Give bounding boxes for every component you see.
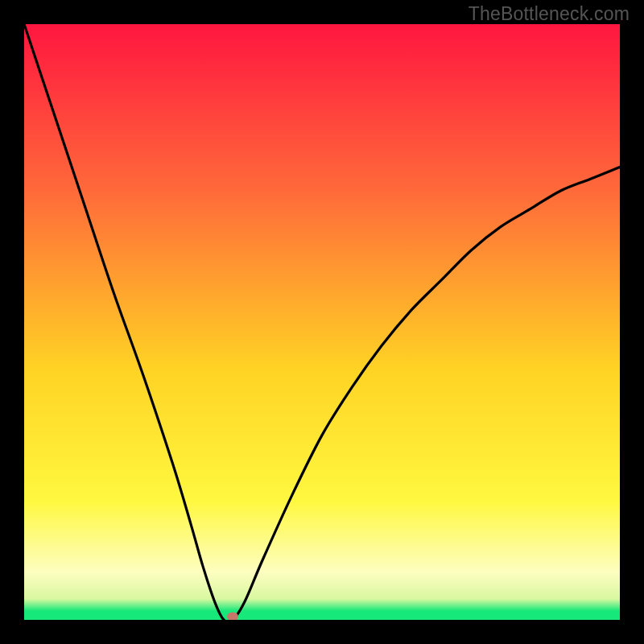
watermark-text: TheBottleneck.com	[469, 3, 630, 25]
chart-frame	[24, 24, 620, 620]
bottleneck-chart	[24, 24, 620, 620]
gradient-background	[24, 24, 620, 620]
